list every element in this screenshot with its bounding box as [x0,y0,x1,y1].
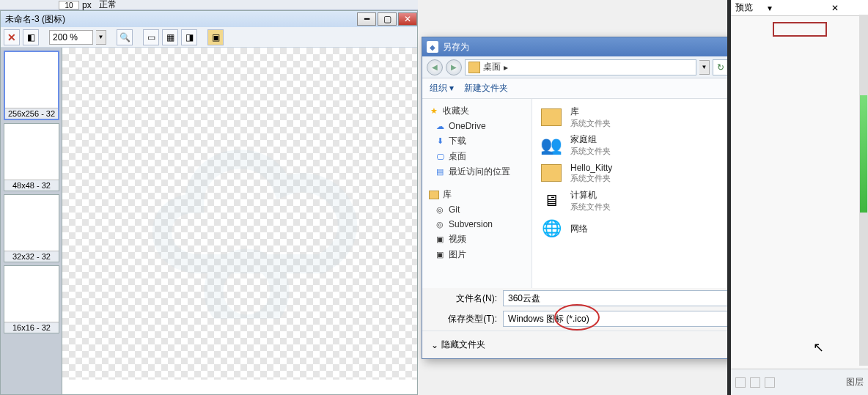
breadcrumb[interactable]: 桌面 ▸ [465,59,696,75]
picture-icon: ▣ [434,249,446,261]
breadcrumb-text: 桌面 [483,61,501,73]
zoom-in-icon[interactable]: 🔍 [117,29,133,45]
icon-editor-window: 未命名-3 (图标) ━ ▢ ✕ ✕ ◧ 200 % ▼ 🔍 ▭ ▦ ◨ ▣ 2… [0,10,418,395]
tree-videos[interactable]: ▣视频 [425,232,529,247]
close-button[interactable]: ✕ [398,12,417,26]
editor-canvas[interactable] [62,48,417,380]
tree-onedrive[interactable]: ☁OneDrive [425,119,529,133]
size-16[interactable]: 16x16 - 32 [4,265,59,333]
select-tool-icon[interactable]: ▭ [143,29,159,45]
tool-btn-1[interactable]: ◧ [23,29,39,45]
library-icon [538,106,564,129]
svn-icon: ◎ [434,218,446,230]
delete-icon[interactable]: ✕ [4,29,20,45]
hide-folders-toggle[interactable]: ⌄ 隐藏文件夹 [431,339,485,351]
chevron-right-icon: ▸ [504,62,508,73]
footer-tool-icon[interactable] [765,377,775,388]
folder-icon [468,62,480,73]
preview-panel: 预览 ▾ ✕ 图层 [727,0,868,395]
fill-tool-icon[interactable]: ◨ [181,29,197,45]
tree-svn[interactable]: ◎Subversion [425,217,529,232]
footer-tool-icon[interactable] [735,377,746,388]
computer-icon: 🖥 [538,189,564,213]
new-folder-button[interactable]: 新建文件夹 [464,82,508,95]
recent-icon: ▤ [434,166,446,178]
git-icon: ◎ [434,204,446,215]
filename-label: 文件名(N): [431,292,497,305]
chevron-down-icon: ⌄ [431,340,438,350]
tree-pictures[interactable]: ▣图片 [425,247,529,262]
onedrive-icon: ☁ [434,120,446,132]
tree-recent[interactable]: ▤最近访问的位置 [425,164,529,180]
dropdown-icon[interactable]: ▾ [768,3,800,13]
tree-libraries[interactable]: 库 [425,187,529,202]
star-icon: ★ [428,106,440,117]
tab-layers[interactable]: 图层 [846,376,864,388]
pixel-unit: px [82,0,92,10]
desktop-icon: 🖵 [434,151,446,163]
tree-desktop[interactable]: 🖵桌面 [425,149,529,164]
preview-tool-icon[interactable]: ▣ [207,29,224,45]
minimize-button[interactable]: ━ [357,12,376,26]
status-label: 正常 [99,0,117,11]
library-icon [428,189,440,201]
size-32[interactable]: 32x32 - 32 [4,194,59,262]
organize-menu[interactable]: 组织 ▾ [430,82,454,95]
refresh-button[interactable]: ↻ [713,59,729,75]
pixel-value[interactable]: 10 [59,1,79,10]
nav-back-button[interactable]: ◀ [427,59,443,75]
tree-downloads[interactable]: ⬇下载 [425,133,529,149]
folder-tree[interactable]: ★收藏夹 ☁OneDrive ⬇下载 🖵桌面 ▤最近访问的位置 库 ◎Git ◎… [422,99,532,288]
maximize-button[interactable]: ▢ [378,12,397,26]
footer-tool-icon[interactable] [750,377,760,388]
folder-icon [538,161,564,185]
download-icon: ⬇ [434,136,446,147]
editor-top-strip: 10 px 正常 [0,0,418,10]
size-256[interactable]: 256x256 - 32 [4,51,59,120]
cloud-graphic-icon [121,99,400,319]
preview-footer: 图层 [731,369,868,395]
homegroup-icon: 👥 [538,133,564,157]
editor-titlebar[interactable]: 未命名-3 (图标) ━ ▢ ✕ [1,11,417,27]
preview-titlebar[interactable]: 预览 ▾ ✕ [731,0,868,16]
preview-scrollbar[interactable] [859,15,868,366]
tree-favorites[interactable]: ★收藏夹 [425,103,529,119]
size-48[interactable]: 48x48 - 32 [4,123,59,191]
close-icon[interactable]: ✕ [831,3,864,13]
dialog-icon: ◆ [427,41,438,53]
editor-toolbar: ✕ ◧ 200 % ▼ 🔍 ▭ ▦ ◨ ▣ [1,27,417,48]
tree-git[interactable]: ◎Git [425,202,529,217]
editor-title-text: 未命名-3 (图标) [5,13,356,26]
cursor-icon: ↖ [813,339,824,355]
network-icon: 🌐 [538,217,564,240]
preview-rect [773,22,827,37]
nav-forward-button[interactable]: ▶ [446,59,462,75]
preview-title: 预览 [735,1,768,14]
video-icon: ▣ [434,234,446,246]
filetype-label: 保存类型(T): [431,313,497,325]
zoom-dropdown-icon[interactable]: ▼ [96,30,106,45]
icon-sizes-panel: 256x256 - 32 48x48 - 32 32x32 - 32 16x16… [1,48,62,394]
breadcrumb-dropdown-icon[interactable]: ▼ [699,60,710,75]
zoom-input[interactable]: 200 % [49,30,93,45]
grid-tool-icon[interactable]: ▦ [162,29,178,45]
